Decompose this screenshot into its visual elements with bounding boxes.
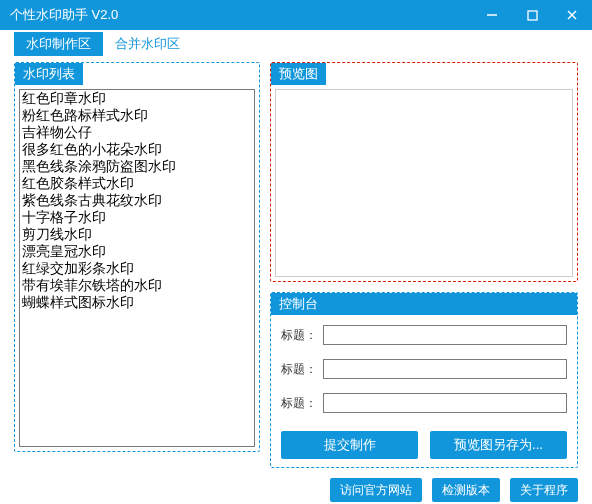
console-panel-label: 控制台 [271, 293, 577, 315]
tab-label: 合并水印区 [115, 36, 180, 51]
tab-make[interactable]: 水印制作区 [14, 32, 103, 56]
console-body: 标题： 标题： 标题： 提交制作 预览图另存为... [271, 315, 577, 467]
console-buttons: 提交制作 预览图另存为... [281, 431, 567, 459]
list-item[interactable]: 紫色线条古典花纹水印 [20, 192, 254, 209]
preview-panel: 预览图 [270, 62, 578, 282]
list-item[interactable]: 很多红色的小花朵水印 [20, 141, 254, 158]
form-row-2: 标题： [281, 359, 567, 379]
close-button[interactable] [552, 0, 592, 30]
minimize-button[interactable] [472, 0, 512, 30]
minimize-icon [486, 9, 498, 21]
field1-label: 标题： [281, 327, 317, 344]
right-panel: 预览图 控制台 标题： 标题： 标题： 提交制作 [270, 62, 578, 468]
save-as-button[interactable]: 预览图另存为... [430, 431, 567, 459]
maximize-button[interactable] [512, 0, 552, 30]
list-panel-label: 水印列表 [15, 63, 83, 85]
submit-label: 提交制作 [324, 437, 376, 452]
title-input-2[interactable] [323, 359, 567, 379]
svg-rect-1 [528, 11, 537, 20]
watermark-listbox[interactable]: 红色印章水印粉红色路标样式水印吉祥物公仔很多红色的小花朵水印黑色线条涂鸦防盗图水… [19, 89, 255, 447]
list-item[interactable]: 红绿交加彩条水印 [20, 260, 254, 277]
preview-panel-label: 预览图 [271, 63, 326, 85]
maximize-icon [527, 10, 538, 21]
about-button[interactable]: 关于程序 [510, 478, 578, 502]
list-item[interactable]: 粉红色路标样式水印 [20, 107, 254, 124]
list-item[interactable]: 红色胶条样式水印 [20, 175, 254, 192]
list-item[interactable]: 十字格子水印 [20, 209, 254, 226]
window-controls [472, 0, 592, 30]
about-label: 关于程序 [520, 483, 568, 497]
submit-button[interactable]: 提交制作 [281, 431, 418, 459]
list-item[interactable]: 剪刀线水印 [20, 226, 254, 243]
list-item[interactable]: 带有埃菲尔铁塔的水印 [20, 277, 254, 294]
checkver-label: 检测版本 [442, 483, 490, 497]
preview-image-area [275, 89, 573, 277]
title-input-3[interactable] [323, 393, 567, 413]
check-version-button[interactable]: 检测版本 [432, 478, 500, 502]
tabbar: 水印制作区 合并水印区 [0, 30, 592, 56]
footer: 访问官方网站 检测版本 关于程序 [0, 474, 592, 504]
left-panel: 水印列表 红色印章水印粉红色路标样式水印吉祥物公仔很多红色的小花朵水印黑色线条涂… [14, 62, 260, 468]
tab-label: 水印制作区 [26, 36, 91, 51]
field3-label: 标题： [281, 395, 317, 412]
list-item[interactable]: 吉祥物公仔 [20, 124, 254, 141]
titlebar: 个性水印助手 V2.0 [0, 0, 592, 30]
list-item[interactable]: 漂亮皇冠水印 [20, 243, 254, 260]
close-icon [566, 9, 578, 21]
tab-merge[interactable]: 合并水印区 [103, 32, 192, 56]
field2-label: 标题： [281, 361, 317, 378]
list-item[interactable]: 黑色线条涂鸦防盗图水印 [20, 158, 254, 175]
window-title: 个性水印助手 V2.0 [10, 6, 472, 24]
watermark-list-panel: 水印列表 红色印章水印粉红色路标样式水印吉祥物公仔很多红色的小花朵水印黑色线条涂… [14, 62, 260, 452]
form-row-3: 标题： [281, 393, 567, 413]
website-label: 访问官方网站 [340, 483, 412, 497]
title-input-1[interactable] [323, 325, 567, 345]
list-item[interactable]: 蝴蝶样式图标水印 [20, 294, 254, 311]
saveas-label: 预览图另存为... [454, 437, 543, 452]
content-area: 水印列表 红色印章水印粉红色路标样式水印吉祥物公仔很多红色的小花朵水印黑色线条涂… [0, 56, 592, 474]
list-item[interactable]: 红色印章水印 [20, 90, 254, 107]
console-panel: 控制台 标题： 标题： 标题： 提交制作 预览图另存为... [270, 292, 578, 468]
website-button[interactable]: 访问官方网站 [330, 478, 422, 502]
form-row-1: 标题： [281, 325, 567, 345]
